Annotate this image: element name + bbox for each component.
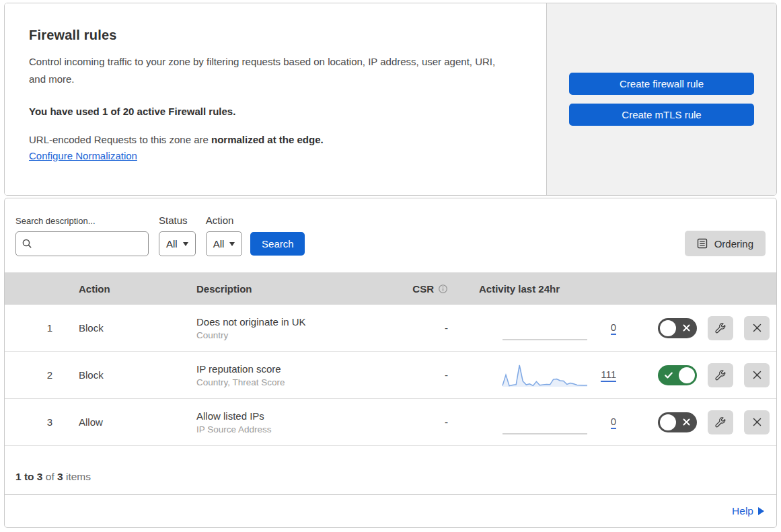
normalization-text: URL-encoded Requests to this zone are [29, 134, 211, 145]
status-select[interactable]: All [159, 231, 196, 256]
rule-enabled-toggle[interactable] [658, 412, 697, 432]
table-row: 3 Allow Allow listed IPs IP Source Addre… [5, 399, 776, 446]
rules-card: Search description... Status All Action [4, 198, 777, 528]
rule-description: Allow listed IPs [196, 410, 393, 422]
configure-normalization-link[interactable]: Configure Normalization [29, 150, 137, 161]
rule-controls [634, 410, 776, 434]
normalization-note: URL-encoded Requests to this zone are no… [29, 134, 517, 145]
search-button[interactable]: Search [250, 232, 305, 256]
create-firewall-rule-button[interactable]: Create firewall rule [569, 73, 754, 95]
ordering-button[interactable]: Ordering [685, 231, 766, 256]
filter-bar: Search description... Status All Action [5, 198, 776, 272]
rule-activity-cell: 0 [455, 305, 634, 351]
header-description: Description [178, 283, 393, 295]
pagination-summary: 1 to 3 of 3 items [5, 446, 776, 495]
rule-csr: - [393, 416, 455, 428]
rule-description: IP reputation score [196, 363, 393, 375]
edit-rule-button[interactable] [708, 410, 733, 434]
create-mtls-rule-button[interactable]: Create mTLS rule [569, 104, 754, 126]
action-select[interactable]: All [206, 231, 243, 256]
rule-action: Block [62, 322, 178, 334]
help-link[interactable]: Help [732, 505, 764, 517]
status-select-value: All [166, 238, 178, 250]
activity-count-link[interactable]: 0 [611, 416, 616, 429]
status-group: Status All [159, 215, 196, 256]
delete-rule-button[interactable] [744, 363, 770, 387]
edit-rule-button[interactable] [708, 316, 733, 340]
wrench-icon [714, 416, 727, 428]
table-row: 2 Block IP reputation score Country, Thr… [5, 352, 776, 399]
help-label: Help [732, 505, 753, 517]
rule-controls [634, 316, 776, 340]
header-content: Firewall rules Control incoming traffic … [5, 3, 547, 195]
range-text: 1 to 3 [15, 471, 42, 482]
header-activity: Activity last 24hr [455, 283, 634, 295]
toggle-knob [660, 414, 676, 430]
wrench-icon [714, 322, 727, 334]
arrow-right-icon [758, 507, 764, 515]
page-description: Control incoming traffic to your zone by… [29, 53, 500, 88]
search-label: Search description... [15, 216, 149, 226]
rule-activity-cell: 0 [455, 399, 634, 445]
rule-enabled-toggle[interactable] [658, 318, 697, 338]
delete-rule-button[interactable] [744, 410, 770, 434]
activity-sparkline [502, 409, 588, 436]
action-group: Action All [206, 215, 243, 256]
search-group: Search description... [15, 216, 149, 256]
close-icon [752, 417, 762, 427]
csr-label: CSR [412, 283, 434, 295]
of-text: of [46, 471, 54, 482]
activity-count-link[interactable]: 111 [601, 369, 616, 382]
x-icon [683, 324, 690, 332]
rule-fields: Country [196, 330, 393, 340]
actions-panel: Create firewall rule Create mTLS rule [547, 3, 776, 195]
header-card: Firewall rules Control incoming traffic … [4, 3, 777, 196]
action-label: Action [206, 215, 243, 226]
ordering-label: Ordering [714, 238, 753, 250]
items-text: items [66, 471, 91, 482]
total-text: 3 [57, 471, 63, 482]
toggle-knob [679, 367, 695, 383]
close-icon [752, 370, 762, 380]
activity-count-link[interactable]: 0 [611, 321, 616, 335]
activity-sparkline [502, 315, 588, 342]
action-select-value: All [213, 238, 225, 250]
rule-action: Block [62, 369, 178, 381]
rule-description-cell: IP reputation score Country, Threat Scor… [178, 363, 393, 387]
table-row: 1 Block Does not originate in UK Country… [5, 305, 776, 352]
delete-rule-button[interactable] [744, 316, 770, 340]
search-box[interactable] [15, 231, 149, 256]
check-icon [664, 371, 673, 380]
chevron-down-icon [229, 242, 235, 246]
rule-description-cell: Does not originate in UK Country [178, 316, 393, 340]
activity-sparkline [502, 362, 588, 389]
rule-priority: 1 [5, 322, 62, 334]
info-icon[interactable] [438, 284, 448, 294]
rule-priority: 3 [5, 416, 62, 428]
table-header: Action Description CSR Activity last 24h… [5, 272, 776, 305]
rule-fields: Country, Threat Score [196, 377, 393, 387]
status-label: Status [159, 215, 196, 226]
rule-enabled-toggle[interactable] [658, 365, 697, 385]
help-bar: Help [5, 495, 776, 527]
page-title: Firewall rules [29, 28, 517, 43]
rule-priority: 2 [5, 369, 62, 381]
chevron-down-icon [183, 242, 188, 246]
search-input[interactable] [37, 238, 143, 250]
ordering-list-icon [697, 238, 708, 249]
header-action: Action [62, 283, 178, 295]
header-csr: CSR [393, 283, 455, 295]
rule-fields: IP Source Address [196, 424, 393, 434]
rule-csr: - [393, 369, 455, 381]
x-icon [683, 418, 690, 426]
firewall-rules-page: Firewall rules Control incoming traffic … [4, 3, 777, 528]
rule-description-cell: Allow listed IPs IP Source Address [178, 410, 393, 434]
wrench-icon [714, 369, 727, 381]
search-icon [22, 238, 33, 250]
rule-description: Does not originate in UK [196, 316, 393, 328]
edit-rule-button[interactable] [708, 363, 733, 387]
rule-controls [634, 363, 776, 387]
normalization-bold: normalized at the edge. [211, 134, 324, 145]
close-icon [752, 323, 762, 333]
rule-action: Allow [62, 416, 178, 428]
